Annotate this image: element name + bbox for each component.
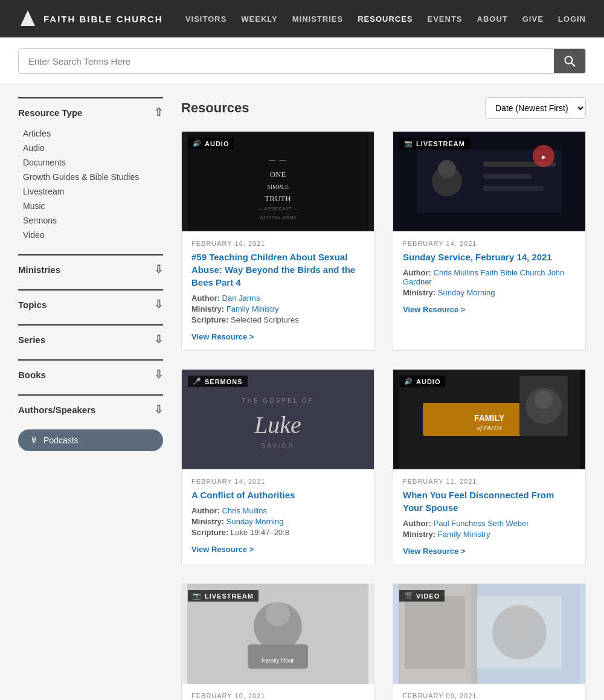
svg-text:Family Hour: Family Hour (262, 657, 295, 664)
card1-view-resource[interactable]: View Resource > (191, 332, 254, 341)
card4-author: Author: Paul Funchess Seth Weber (403, 519, 576, 528)
card3-title: A Conflict of Authorities (191, 489, 364, 501)
nav-ministries[interactable]: MINISTRIES (292, 14, 343, 24)
sidebar-ministries-header[interactable]: Ministries ⇩ (18, 255, 163, 283)
podcast-icon: 🎙 (30, 435, 39, 445)
chevron-down-icon-3: ⇩ (154, 333, 163, 346)
sort-dropdown[interactable]: Date (Newest First) Date (Oldest First) … (485, 97, 586, 119)
nav-weekly[interactable]: WEEKLY (241, 14, 277, 24)
svg-rect-15 (483, 174, 532, 179)
nav-login[interactable]: LOGIN (558, 14, 586, 24)
card2-ministry-link[interactable]: Sunday Morning (438, 288, 495, 297)
svg-text:SAVIOR: SAVIOR (261, 443, 294, 449)
main-layout: Resource Type ⇧ Articles Audio Documents… (0, 85, 604, 700)
card3-info: FEBRUARY 14, 2021 A Conflict of Authorit… (182, 469, 374, 563)
card4-ministry-link[interactable]: Family Ministry (438, 530, 490, 539)
nav-give[interactable]: GIVE (522, 14, 544, 24)
card4-author-link[interactable]: Paul Funchess Seth Weber (434, 519, 529, 528)
chevron-up-icon: ⇧ (154, 106, 163, 119)
resource-card-2: ▶ 📷 LIVESTREAM FEBRUARY 14, 2021 Sunday … (393, 131, 586, 351)
nav-events[interactable]: EVENTS (428, 14, 463, 24)
sidebar-books-header[interactable]: Books ⇩ (18, 361, 163, 388)
card3-ministry-link[interactable]: Sunday Morning (226, 517, 284, 526)
svg-text:— A PODCAST —: — A PODCAST — (258, 206, 298, 211)
audio-icon: 🔊 (193, 140, 202, 147)
card6-date: FEBRUARY 09, 2021 (403, 692, 576, 699)
card5-date: FEBRUARY 10, 2021 (191, 692, 364, 699)
svg-text:WITH DAN JARMS: WITH DAN JARMS (260, 216, 297, 220)
card5-info: FEBRUARY 10, 2021 Family Hour, February … (182, 684, 374, 700)
sermons-icon: 🎤 (193, 377, 202, 385)
search-bar (18, 48, 586, 74)
card1-author-link[interactable]: Dan Jarms (222, 294, 260, 303)
sidebar-series-header[interactable]: Series ⇩ (18, 326, 163, 353)
resource-grid: — — ONE SIMPLE TRUTH — A PODCAST — WITH … (181, 131, 586, 700)
card4-date: FEBRUARY 11, 2021 (403, 478, 576, 485)
nav-visitors[interactable]: VISITORS (185, 14, 226, 24)
sidebar-item-sermons[interactable]: Sermons (18, 213, 163, 228)
svg-line-2 (571, 63, 575, 66)
search-button[interactable] (554, 49, 585, 73)
sidebar-series-label: Series (18, 335, 45, 345)
sidebar-authors-section: Authors/Speakers ⇩ (18, 394, 163, 423)
nav-about[interactable]: ABOUT (477, 14, 508, 24)
sidebar-topics-section: Topics ⇩ (18, 289, 163, 318)
card5-thumbnail: Family Hour 📷 LIVESTREAM (182, 584, 374, 684)
sidebar-item-video[interactable]: Video (18, 228, 163, 242)
search-input[interactable] (19, 50, 554, 72)
svg-point-13 (438, 160, 456, 178)
card3-ministry: Ministry: Sunday Morning (191, 517, 364, 526)
main-content: Resources Date (Newest First) Date (Olde… (181, 97, 586, 700)
sidebar-item-growth-guides[interactable]: Growth Guides & Bible Studies (18, 170, 163, 184)
sidebar-resource-type-header[interactable]: Resource Type ⇧ (18, 98, 163, 126)
site-logo[interactable]: FAITH BIBLE CHURCH (18, 9, 163, 28)
podcasts-label: Podcasts (43, 435, 79, 445)
sidebar-item-livestream[interactable]: Livestream (18, 184, 163, 199)
resource-card-3: THE GOSPEL OF Luke SAVIOR 🎤 SERMONS FEBR… (181, 369, 374, 565)
card3-author-link[interactable]: Chris Mullins (222, 506, 267, 515)
sidebar-topics-header[interactable]: Topics ⇩ (18, 291, 163, 318)
sidebar-item-documents[interactable]: Documents (18, 155, 163, 170)
chevron-down-icon: ⇩ (154, 263, 163, 276)
card4-title: When You Feel Disconnected From Your Spo… (403, 489, 576, 514)
card3-badge: 🎤 SERMONS (188, 376, 248, 387)
card6-thumbnail: 🎬 VIDEO (393, 584, 585, 684)
sidebar-authors-header[interactable]: Authors/Speakers ⇩ (18, 396, 163, 423)
chevron-down-icon-2: ⇩ (154, 298, 163, 311)
card1-scripture-text: Selected Scriptures (231, 315, 299, 324)
resource-card-4: FAMILY of FAITH 🔊 AUDIO FEBRUARY 11, 202… (393, 369, 586, 565)
card1-scripture: Scripture: Selected Scriptures (191, 315, 364, 324)
card4-info: FEBRUARY 11, 2021 When You Feel Disconne… (393, 469, 585, 565)
sidebar-ministries-label: Ministries (18, 265, 60, 275)
card1-title: #59 Teaching Children About Sexual Abuse… (191, 251, 364, 289)
svg-rect-34 (248, 644, 308, 669)
sidebar-resource-type-items: Articles Audio Documents Growth Guides &… (18, 126, 163, 248)
nav-resources[interactable]: RESOURCES (358, 14, 413, 24)
card1-ministry: Ministry: Family Ministry (191, 304, 364, 313)
card3-view-resource[interactable]: View Resource > (191, 545, 254, 554)
chevron-down-icon-5: ⇩ (154, 403, 163, 416)
sidebar-resource-type-section: Resource Type ⇧ Articles Audio Documents… (18, 97, 163, 248)
card1-ministry-link[interactable]: Family Ministry (226, 304, 279, 313)
svg-text:SIMPLE: SIMPLE (267, 184, 289, 190)
card4-view-resource[interactable]: View Resource > (403, 547, 465, 556)
sidebar-series-section: Series ⇩ (18, 324, 163, 353)
card2-view-resource[interactable]: View Resource > (403, 305, 465, 314)
podcasts-button[interactable]: 🎙 Podcasts (18, 429, 163, 451)
svg-point-40 (504, 605, 535, 635)
sidebar-item-music[interactable]: Music (18, 199, 163, 213)
chevron-down-icon-4: ⇩ (154, 368, 163, 381)
card2-author: Author: Chris Mullins Faith Bible Church… (403, 268, 576, 286)
svg-point-1 (565, 57, 573, 64)
svg-text:▶: ▶ (542, 154, 546, 160)
sidebar-item-audio[interactable]: Audio (18, 141, 163, 155)
card1-info: FEBRUARY 16, 2021 #59 Teaching Children … (182, 231, 374, 350)
sidebar-books-section: Books ⇩ (18, 359, 163, 388)
svg-rect-16 (483, 186, 544, 191)
sidebar-item-articles[interactable]: Articles (18, 126, 163, 141)
card1-date: FEBRUARY 16, 2021 (191, 240, 364, 247)
video-icon: 🎬 (404, 592, 413, 600)
card4-ministry: Ministry: Family Ministry (403, 530, 576, 539)
logo-text: FAITH BIBLE CHURCH (43, 14, 163, 24)
sidebar-resource-type-label: Resource Type (18, 108, 82, 118)
